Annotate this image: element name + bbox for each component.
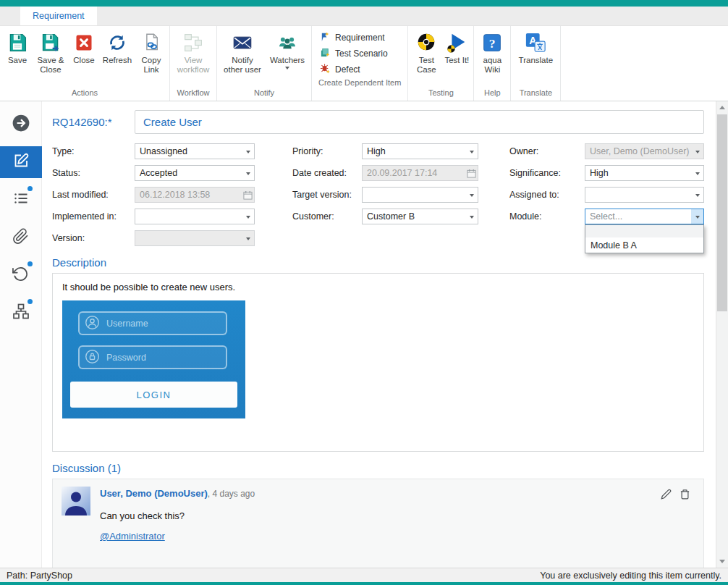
left-sidebar: [0, 101, 42, 568]
sidebar-item-history[interactable]: [0, 259, 42, 291]
translate-label: Translate: [515, 56, 556, 65]
history-icon: [12, 266, 29, 285]
sidebar-item-collapse[interactable]: [0, 109, 42, 140]
ribbon-group-notify-label: Notify: [219, 87, 309, 101]
lock-icon: [85, 349, 100, 366]
sidebar-item-details[interactable]: [0, 184, 42, 216]
save-label: Save: [4, 56, 30, 65]
status-field[interactable]: Accepted: [135, 165, 255, 181]
aqua-wiki-button[interactable]: ? aqua Wiki: [476, 29, 508, 75]
translate-button[interactable]: A Translate: [513, 29, 558, 65]
ribbon-group-testing-label: Testing: [410, 87, 471, 101]
tab-requirement[interactable]: Requirement: [20, 7, 97, 25]
details-notification-dot: [27, 186, 33, 191]
last-modified-value: 06.12.2018 13:58: [135, 190, 241, 200]
target-version-caret-icon[interactable]: [465, 188, 478, 202]
module-dropdown-popup: Module B A: [585, 224, 704, 253]
priority-caret-icon[interactable]: [465, 144, 478, 159]
svg-text:?: ?: [489, 36, 496, 51]
sidebar-item-edit[interactable]: [0, 146, 42, 178]
close-button[interactable]: Close: [69, 29, 99, 65]
scroll-up-button[interactable]: [716, 101, 728, 114]
ribbon: Save Save & Close Close: [0, 26, 728, 101]
sidebar-item-attachments[interactable]: [0, 222, 42, 253]
refresh-button[interactable]: Refresh: [99, 29, 135, 65]
test-scenario-icon: [320, 47, 331, 60]
comment-text: Can you check this?: [100, 510, 651, 521]
save-close-icon: [41, 30, 61, 54]
test-case-label: Test Case: [412, 56, 440, 75]
significance-field[interactable]: High: [585, 165, 704, 181]
ribbon-group-workflow-label: Workflow: [172, 87, 214, 101]
date-created-field: 20.09.2017 17:14: [362, 165, 478, 181]
workspace: RQ142690:* Create User Type: Unassigned …: [0, 101, 728, 568]
assigned-to-caret-icon[interactable]: [691, 188, 703, 202]
notify-other-user-button[interactable]: Notify other user: [219, 29, 266, 75]
priority-value: High: [363, 146, 465, 156]
status-editing-notice: You are exclusively editing this item cu…: [540, 571, 721, 581]
description-heading: Description: [52, 256, 704, 269]
target-version-field[interactable]: [362, 187, 478, 203]
target-version-label: Target version:: [255, 190, 362, 200]
create-test-scenario-button[interactable]: Test Scenario: [320, 46, 399, 61]
significance-caret-icon[interactable]: [691, 166, 703, 180]
vertical-scrollbar[interactable]: [716, 101, 728, 568]
defect-icon: [320, 63, 331, 76]
ribbon-group-help: ? aqua Wiki Help: [474, 26, 511, 101]
ribbon-group-translate-label: Translate: [513, 87, 558, 101]
refresh-label: Refresh: [101, 56, 133, 65]
priority-field[interactable]: High: [362, 143, 478, 159]
item-title-input[interactable]: Create User: [135, 110, 704, 134]
status-value: Accepted: [135, 168, 242, 178]
scroll-down-button[interactable]: [716, 555, 728, 568]
test-case-button[interactable]: Test Case: [410, 29, 442, 75]
comment-mention-link[interactable]: @Administrator: [100, 531, 165, 542]
customer-caret-icon[interactable]: [465, 209, 478, 224]
type-caret-icon[interactable]: [242, 144, 254, 159]
description-text: It should be possible to create new user…: [62, 282, 694, 292]
comment-author[interactable]: User, Demo (DemoUser): [100, 488, 208, 499]
sidebar-item-relations[interactable]: [0, 297, 42, 329]
module-option-blank[interactable]: [585, 225, 703, 237]
scrollbar-thumb[interactable]: [717, 114, 727, 311]
save-button[interactable]: Save: [2, 29, 33, 65]
status-caret-icon[interactable]: [242, 166, 254, 180]
save-close-label: Save & Close: [35, 56, 67, 75]
customer-field[interactable]: Customer B: [362, 209, 478, 224]
watchers-label: Watchers: [268, 56, 307, 65]
customer-label: Customer:: [255, 211, 362, 222]
item-id: RQ142690:*: [52, 116, 135, 128]
owner-label: Owner:: [478, 146, 585, 156]
translate-icon: A: [525, 30, 546, 54]
test-case-icon: [415, 30, 437, 54]
discussion-heading: Discussion (1): [52, 462, 704, 474]
significance-label: Significance:: [478, 168, 585, 178]
mock-username-field: Username: [78, 311, 227, 335]
implemented-in-field[interactable]: [135, 209, 255, 224]
implemented-in-label: Implemented in:: [52, 211, 135, 222]
module-option[interactable]: Module B A: [585, 237, 703, 253]
description-panel[interactable]: It should be possible to create new user…: [52, 273, 704, 452]
assigned-to-field[interactable]: [585, 187, 704, 203]
module-caret-icon[interactable]: [691, 209, 703, 224]
date-created-value: 20.09.2017 17:14: [363, 168, 465, 178]
type-field[interactable]: Unassigned: [135, 143, 255, 159]
implemented-in-caret-icon[interactable]: [242, 209, 254, 224]
watchers-button[interactable]: Watchers: [266, 29, 309, 72]
test-it-button[interactable]: Test It!: [442, 29, 471, 65]
create-requirement-button[interactable]: Requirement: [320, 30, 399, 45]
ribbon-group-actions: Save Save & Close Close: [0, 26, 170, 101]
status-label: Status:: [52, 168, 135, 178]
edit-comment-icon[interactable]: [661, 489, 672, 500]
relations-notification-dot: [27, 299, 33, 304]
save-close-button[interactable]: Save & Close: [33, 29, 69, 75]
test-it-label: Test It!: [444, 56, 469, 65]
calendar-icon: [241, 190, 254, 200]
delete-comment-icon[interactable]: [680, 489, 690, 500]
copy-link-button[interactable]: Copy Link: [135, 29, 167, 75]
create-defect-button[interactable]: Defect: [320, 62, 399, 77]
view-workflow-button[interactable]: View workflow: [172, 29, 214, 75]
last-modified-field: 06.12.2018 13:58: [135, 187, 255, 203]
date-created-label: Date created:: [255, 168, 362, 178]
module-field[interactable]: Select... Module B A: [585, 209, 704, 224]
